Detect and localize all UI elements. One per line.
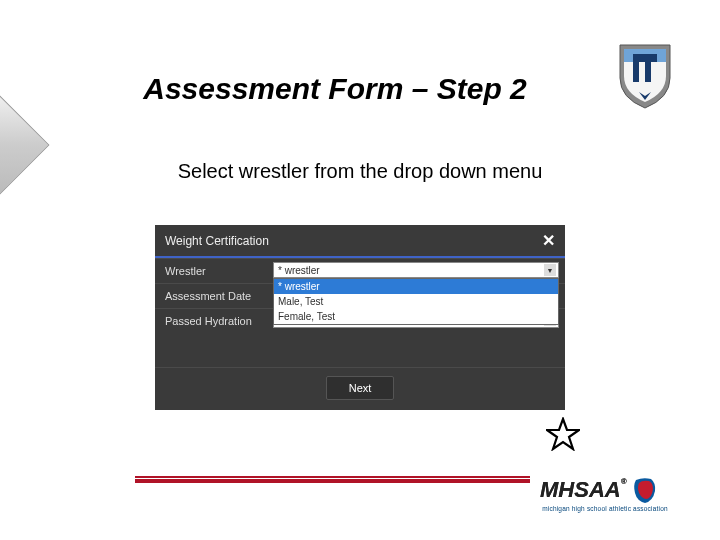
assessment-date-label: Assessment Date — [155, 283, 270, 308]
star-icon — [546, 417, 580, 451]
mhsaa-tagline: michigan high school athletic associatio… — [540, 505, 670, 512]
michigan-map-icon — [631, 475, 659, 505]
wrestler-select-value: * wrestler — [278, 265, 320, 276]
dropdown-option[interactable]: Female, Test — [274, 309, 558, 324]
dropdown-option[interactable]: Male, Test — [274, 294, 558, 309]
dropdown-option[interactable]: * wrestler — [274, 279, 558, 294]
page-title: Assessment Form – Step 2 — [0, 72, 720, 106]
wrestler-select[interactable]: * wrestler ▼ — [273, 262, 559, 278]
mhsaa-logo: MHSAA® michigan high school athletic ass… — [540, 475, 670, 512]
hydration-label: Passed Hydration — [155, 308, 270, 333]
panel-footer: Next — [155, 367, 565, 410]
slide: Assessment Form – Step 2 Select wrestler… — [0, 0, 720, 540]
next-button[interactable]: Next — [326, 376, 395, 400]
chevron-down-icon: ▼ — [544, 264, 556, 276]
row-wrestler: Wrestler * wrestler ▼ * wrestler Male, T… — [155, 258, 565, 283]
wrestler-field: * wrestler ▼ * wrestler Male, Test Femal… — [270, 258, 565, 283]
panel-title: Weight Certification — [165, 234, 269, 248]
page-subtitle: Select wrestler from the drop down menu — [0, 160, 720, 183]
weight-certification-panel: Weight Certification ✕ Wrestler * wrestl… — [155, 225, 565, 410]
wrestler-dropdown: * wrestler Male, Test Female, Test — [273, 278, 559, 325]
close-icon[interactable]: ✕ — [542, 231, 555, 250]
mhsaa-brand: MHSAA® — [540, 477, 627, 503]
panel-header: Weight Certification ✕ — [155, 225, 565, 258]
star-decoration — [546, 417, 580, 455]
wrestler-label: Wrestler — [155, 258, 270, 283]
decorative-stripe — [135, 479, 530, 483]
